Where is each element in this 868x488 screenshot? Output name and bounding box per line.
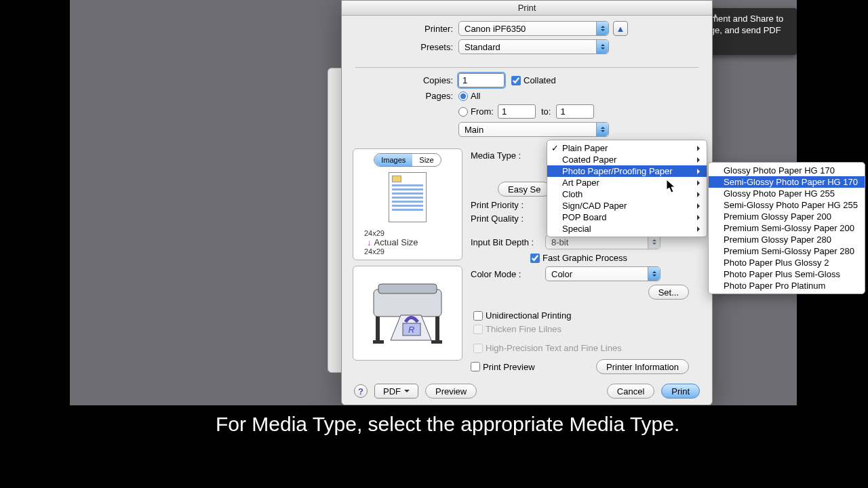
page-dim-bottom: 24x29 — [364, 247, 384, 256]
tab-size[interactable]: Size — [412, 154, 440, 166]
color-mode-label: Color Mode : — [471, 269, 545, 279]
thicken-checkbox — [473, 325, 483, 334]
media-type-menu[interactable]: ✓Plain PaperCoated PaperPhoto Paper/Proo… — [547, 140, 707, 237]
printer-label: Printer: — [357, 24, 458, 34]
svg-rect-4 — [376, 317, 380, 340]
preview-pane: Images Size 24x29 ↓Actual Size 24x29 — [353, 148, 462, 260]
submenu-item[interactable]: Photo Paper Plus Glossy 2 — [709, 257, 865, 268]
help-button[interactable]: ? — [354, 384, 368, 398]
pages-all-radio[interactable]: All — [458, 91, 480, 101]
desktop-background: ▲ Click on Comment and Share to create, … — [70, 0, 797, 405]
submenu-item[interactable]: Premium Glossy Paper 280 — [709, 234, 865, 245]
cancel-button[interactable]: Cancel — [607, 384, 654, 399]
submenu-item[interactable]: Semi-Glossy Photo Paper HG 170 — [709, 176, 865, 188]
submenu-item[interactable]: Glossy Photo Paper HG 170 — [709, 165, 865, 176]
color-mode-select[interactable]: Color — [545, 266, 660, 281]
submenu-item[interactable]: Glossy Photo Paper HG 255 — [709, 188, 865, 199]
photo-paper-submenu[interactable]: Glossy Photo Paper HG 170Semi-Glossy Pho… — [708, 162, 865, 294]
media-menu-item[interactable]: Sign/CAD Paper — [547, 200, 707, 211]
printer-select[interactable]: Canon iPF6350 — [458, 21, 609, 36]
svg-rect-5 — [435, 317, 439, 340]
preview-button[interactable]: Preview — [425, 384, 477, 399]
page-to-input[interactable] — [556, 104, 594, 119]
tab-images[interactable]: Images — [374, 154, 412, 166]
high-precision-checkbox — [473, 344, 483, 353]
actual-size-label: Actual Size — [374, 237, 418, 247]
media-menu-item[interactable]: Coated Paper — [547, 154, 707, 165]
media-type-label: Media Type : — [471, 150, 545, 161]
copies-label: Copies: — [357, 75, 458, 85]
to-label: to: — [541, 106, 551, 117]
submenu-item[interactable]: Semi-Glossy Photo Paper HG 255 — [709, 199, 865, 211]
dialog-title: Print — [342, 1, 712, 16]
pages-label: Pages: — [357, 91, 458, 101]
page-from-input[interactable] — [498, 104, 536, 119]
submenu-item[interactable]: Premium Semi-Glossy Paper 280 — [709, 245, 865, 257]
presets-label: Presets: — [357, 42, 458, 52]
svg-rect-1 — [378, 284, 437, 293]
svg-rect-7 — [431, 340, 442, 344]
submenu-item[interactable]: Photo Paper Plus Semi-Gloss — [709, 268, 865, 280]
pages-from-radio[interactable]: From: — [458, 106, 494, 117]
chevron-up-icon: ▲ — [712, 11, 719, 20]
expand-button[interactable]: ▲ — [613, 21, 628, 36]
print-preview-checkbox[interactable]: Print Preview — [471, 362, 535, 372]
print-quality-label: Print Quality : — [471, 214, 545, 224]
set-button[interactable]: Set... — [648, 285, 689, 300]
print-priority-label: Print Priority : — [471, 200, 545, 210]
subtitle-caption: For Media Type, select the appropriate M… — [216, 411, 868, 437]
submenu-item[interactable]: Photo Paper Pro Platinum — [709, 280, 865, 291]
panel-select[interactable]: Main — [458, 122, 609, 137]
page-thumbnail — [389, 172, 427, 222]
svg-rect-6 — [373, 340, 384, 344]
submenu-item[interactable]: Premium Semi-Glossy Paper 200 — [709, 222, 865, 234]
copies-input[interactable] — [458, 73, 505, 87]
printer-illustration: R — [353, 266, 462, 361]
svg-text:R: R — [408, 325, 414, 335]
pdf-button[interactable]: PDF — [374, 384, 418, 399]
easy-settings-button[interactable]: Easy Se — [498, 182, 551, 197]
media-menu-item[interactable]: Special — [547, 223, 707, 235]
media-menu-item[interactable]: Photo Paper/Proofing Paper — [547, 165, 707, 177]
print-button[interactable]: Print — [661, 384, 700, 399]
media-menu-item[interactable]: ✓Plain Paper — [547, 142, 707, 154]
bit-depth-label: Input Bit Depth : — [471, 237, 545, 247]
collated-checkbox[interactable]: Collated — [511, 75, 556, 85]
media-menu-item[interactable]: POP Board — [547, 211, 707, 223]
page-dim-top: 24x29 — [364, 229, 384, 237]
media-menu-item[interactable]: Cloth — [547, 188, 707, 200]
preview-tabs[interactable]: Images Size — [374, 153, 441, 167]
printer-info-button[interactable]: Printer Information — [596, 359, 689, 374]
presets-select[interactable]: Standard — [458, 39, 609, 54]
submenu-item[interactable]: Premium Glossy Paper 200 — [709, 211, 865, 222]
media-menu-item[interactable]: Art Paper — [547, 177, 707, 188]
fast-graphic-checkbox[interactable] — [530, 253, 540, 263]
unidirectional-checkbox[interactable] — [473, 311, 483, 321]
arrow-down-icon: ↓ — [367, 237, 372, 247]
